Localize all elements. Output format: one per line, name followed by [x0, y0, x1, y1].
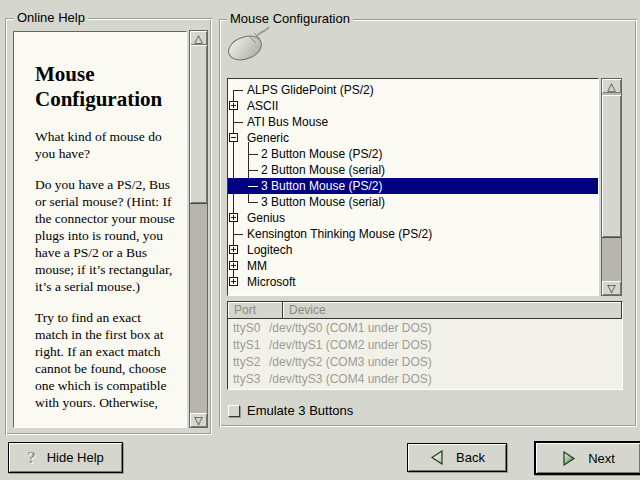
- help-text-area: Mouse Configuration What kind of mouse d…: [13, 31, 187, 428]
- tree-branch-tick: [248, 170, 258, 171]
- tree-row[interactable]: 2 Button Mouse (serial): [228, 162, 598, 178]
- tree-row[interactable]: Logitech: [228, 242, 598, 258]
- serial-port-row: ttyS3/dev/ttyS3 (COM4 under DOS): [228, 371, 622, 388]
- port-column-header[interactable]: Port: [228, 302, 283, 319]
- scroll-down-icon[interactable]: ▽: [190, 413, 207, 427]
- next-button-label: Next: [588, 451, 615, 466]
- tree-row[interactable]: MM: [228, 258, 598, 274]
- tree-branch-tick: [233, 122, 243, 123]
- tree-branch-tick: [248, 202, 258, 203]
- expand-plus-icon[interactable]: [229, 277, 238, 286]
- device-cell: /dev/ttyS0 (COM1 under DOS): [269, 320, 432, 337]
- scroll-up-icon[interactable]: △: [602, 79, 621, 93]
- question-mark-icon: ?: [27, 448, 36, 468]
- tree-item-label: 3 Button Mouse (serial): [261, 194, 385, 210]
- collapse-minus-icon[interactable]: [229, 133, 238, 142]
- tree-item-label: Microsoft: [247, 274, 296, 290]
- serial-port-row: ttyS2/dev/ttyS2 (COM3 under DOS): [228, 354, 622, 371]
- device-column-header[interactable]: Device: [283, 302, 622, 319]
- back-arrow-icon: [429, 450, 445, 465]
- expand-plus-icon[interactable]: [229, 101, 238, 110]
- tree-branch-tick: [233, 234, 243, 235]
- tree-item-label: Logitech: [247, 242, 292, 258]
- next-arrow-icon: [561, 451, 577, 466]
- hide-help-button[interactable]: ? Hide Help: [8, 442, 123, 473]
- tree-row[interactable]: Genius: [228, 210, 598, 226]
- device-cell: /dev/ttyS3 (COM4 under DOS): [269, 371, 432, 388]
- tree-row[interactable]: Microsoft: [228, 274, 598, 290]
- tree-branch-tick: [248, 186, 258, 187]
- help-heading: Mouse Configuration: [35, 62, 177, 112]
- serial-port-row: ttyS0/dev/ttyS0 (COM1 under DOS): [228, 320, 622, 337]
- tree-row[interactable]: Kensington Thinking Mouse (PS/2): [228, 226, 598, 242]
- serial-port-table: Port Device ttyS0/dev/ttyS0 (COM1 under …: [227, 301, 623, 390]
- emulate-3-buttons-label: Emulate 3 Buttons: [247, 403, 353, 418]
- mouse-icon: [225, 24, 271, 66]
- help-paragraph: What kind of mouse do you have?: [35, 128, 177, 162]
- tree-item-label: ASCII: [247, 98, 278, 114]
- tree-row[interactable]: ALPS GlidePoint (PS/2): [228, 82, 598, 98]
- tree-row[interactable]: ASCII: [228, 98, 598, 114]
- tree-item-label: Generic: [247, 130, 289, 146]
- tree-row[interactable]: 3 Button Mouse (serial): [228, 194, 598, 210]
- port-cell: ttyS1: [233, 337, 260, 354]
- emulate-3-buttons-checkbox[interactable]: [228, 405, 240, 417]
- help-paragraphs: What kind of mouse do you have?Do you ha…: [35, 128, 177, 411]
- expand-plus-icon[interactable]: [229, 245, 238, 254]
- port-cell: ttyS2: [233, 354, 260, 371]
- port-cell: ttyS0: [233, 320, 260, 337]
- expand-plus-icon[interactable]: [229, 213, 238, 222]
- help-paragraph: Do you have a PS/2, Bus or serial mouse?…: [35, 176, 177, 295]
- help-scrollbar-thumb[interactable]: [190, 45, 207, 204]
- tree-row[interactable]: ATI Bus Mouse: [228, 114, 598, 130]
- port-cell: ttyS3: [233, 371, 260, 388]
- help-paragraph: Try to find an exact match in the first …: [35, 309, 177, 411]
- tree-scrollbar-thumb[interactable]: [602, 95, 621, 238]
- tree-item-label: ALPS GlidePoint (PS/2): [247, 82, 374, 98]
- device-cell: /dev/ttyS1 (COM2 under DOS): [269, 337, 432, 354]
- device-cell: /dev/ttyS2 (COM3 under DOS): [269, 354, 432, 371]
- scroll-down-icon[interactable]: ▽: [602, 281, 621, 295]
- scroll-up-icon[interactable]: △: [190, 31, 207, 45]
- expand-plus-icon[interactable]: [229, 261, 238, 270]
- hide-help-button-label: Hide Help: [47, 450, 104, 465]
- tree-item-label: 2 Button Mouse (PS/2): [261, 146, 382, 162]
- tree-row[interactable]: 2 Button Mouse (PS/2): [228, 146, 598, 162]
- tree-item-label: 2 Button Mouse (serial): [261, 162, 385, 178]
- serial-port-row: ttyS1/dev/ttyS1 (COM2 under DOS): [228, 337, 622, 354]
- tree-branch-tick: [233, 90, 243, 91]
- mouse-model-tree[interactable]: ALPS GlidePoint (PS/2)ASCIIATI Bus Mouse…: [227, 78, 599, 296]
- tree-item-label: Genius: [247, 210, 285, 226]
- online-help-frame-label: Online Help: [14, 11, 88, 25]
- tree-row[interactable]: 3 Button Mouse (PS/2): [228, 178, 598, 194]
- tree-branch-tick: [248, 154, 258, 155]
- installer-window: Online Help Mouse Configuration What kin…: [0, 0, 640, 480]
- help-scrollbar[interactable]: △ ▽: [189, 30, 208, 428]
- tree-row[interactable]: Generic: [228, 130, 598, 146]
- tree-item-label: ATI Bus Mouse: [247, 114, 328, 130]
- next-button[interactable]: Next: [534, 441, 640, 475]
- back-button-label: Back: [456, 450, 485, 465]
- tree-item-label: 3 Button Mouse (PS/2): [261, 178, 382, 194]
- tree-item-label: Kensington Thinking Mouse (PS/2): [247, 226, 432, 242]
- tree-item-label: MM: [247, 258, 267, 274]
- back-button[interactable]: Back: [407, 443, 507, 472]
- tree-scrollbar[interactable]: △ ▽: [601, 78, 622, 296]
